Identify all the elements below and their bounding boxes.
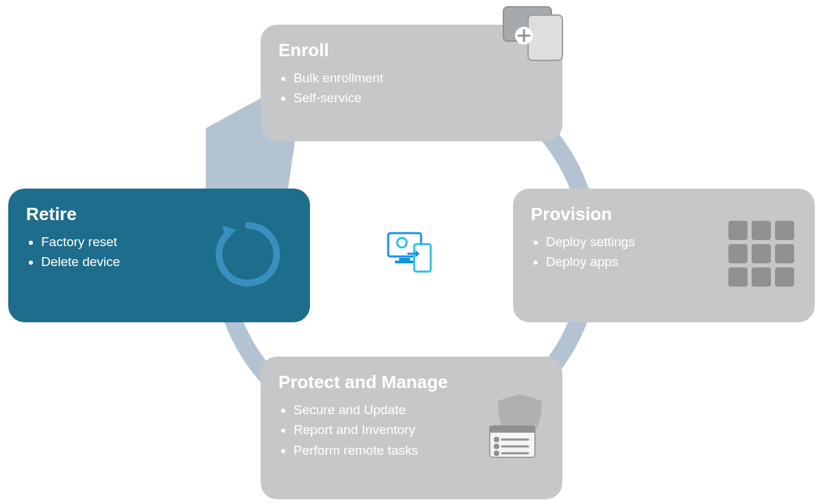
devices-add-icon [501,3,576,67]
stage-items: Bulk enrollment Self-service [278,68,545,108]
svg-rect-12 [752,244,771,263]
stage-card-enroll: Enroll Bulk enrollment Self-service [261,25,562,141]
reset-circle-icon [207,213,289,298]
svg-rect-15 [752,267,771,287]
svg-rect-18 [490,426,535,433]
device-management-icon [384,226,439,281]
svg-rect-10 [775,221,794,240]
shield-list-icon [479,389,554,467]
svg-rect-11 [728,244,748,263]
svg-rect-1 [399,258,410,261]
stage-card-protect: Protect and Manage Secure and Update Rep… [261,357,562,499]
apps-grid-icon [724,217,800,295]
svg-rect-2 [395,261,414,263]
stage-item: Bulk enrollment [294,68,545,88]
svg-point-23 [495,452,499,455]
svg-rect-4 [414,244,431,272]
svg-point-19 [495,438,499,442]
svg-rect-13 [775,244,794,263]
lifecycle-diagram: Enroll Bulk enrollment Self-service Prov… [0,0,823,504]
svg-rect-16 [775,267,794,287]
svg-rect-8 [728,221,748,240]
svg-point-21 [495,445,499,448]
svg-rect-6 [528,15,562,60]
svg-rect-9 [752,221,771,240]
stage-card-provision: Provision Deploy settings Deploy apps [513,189,815,322]
stage-item: Self-service [294,88,545,108]
svg-rect-14 [728,267,748,287]
stage-card-retire: Retire Factory reset Delete device [8,189,310,322]
